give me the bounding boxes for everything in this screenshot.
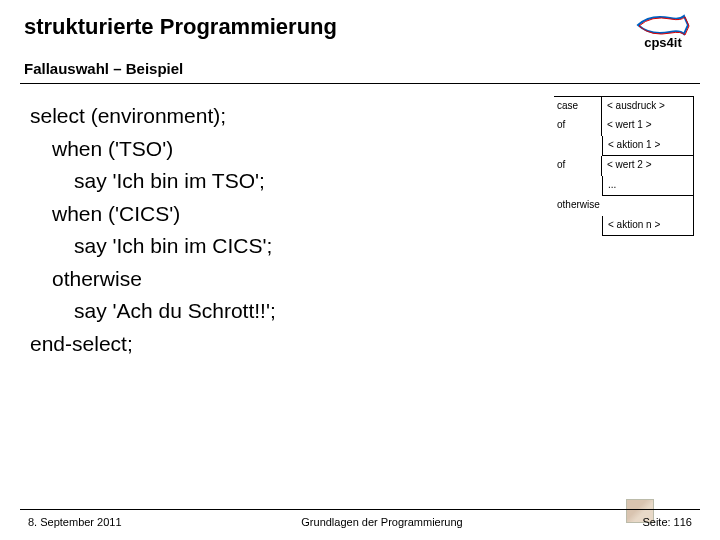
case-diagram: case < ausdruck > of < wert 1 > < aktion… [554, 96, 694, 236]
footer: 8. September 2011 Grundlagen der Program… [20, 509, 700, 528]
divider-bottom [20, 509, 700, 510]
logo: cps4it [636, 14, 690, 50]
footer-date: 8. September 2011 [28, 516, 122, 528]
page-title: strukturierte Programmierung [24, 14, 337, 40]
code-line: otherwise [30, 263, 276, 296]
diagram-label: of [554, 156, 602, 176]
code-block: select (environment); when ('TSO') say '… [30, 100, 276, 360]
diagram-row: of < wert 1 > [554, 116, 694, 136]
diagram-action-box: ... [602, 176, 694, 196]
diagram-content: < ausdruck > [602, 97, 693, 116]
code-line: when ('TSO') [30, 133, 276, 166]
diagram-action-box: < aktion n > [602, 216, 694, 236]
logo-text: cps4it [644, 35, 682, 50]
code-line: end-select; [30, 328, 276, 361]
code-line: say 'Ach du Schrott!!'; [30, 295, 276, 328]
diagram-action-box: < aktion 1 > [602, 136, 694, 156]
diagram-label: otherwise [554, 196, 693, 216]
diagram-content: < wert 2 > [602, 156, 693, 176]
diagram-label: of [554, 116, 602, 136]
fish-icon [636, 14, 690, 36]
diagram-row: of < wert 2 > [554, 156, 694, 176]
code-line: select (environment); [30, 100, 276, 133]
diagram-row: otherwise [554, 196, 694, 216]
code-line: say 'Ich bin im CICS'; [30, 230, 276, 263]
code-line: when ('CICS') [30, 198, 276, 231]
footer-page: Seite: 116 [642, 516, 692, 528]
code-line: say 'Ich bin im TSO'; [30, 165, 276, 198]
diagram-row: case < ausdruck > [554, 96, 694, 116]
diagram-label: case [554, 97, 602, 116]
subtitle: Fallauswahl – Beispiel [0, 56, 720, 83]
footer-center: Grundlagen der Programmierung [301, 516, 462, 528]
diagram-content: < wert 1 > [602, 116, 693, 136]
